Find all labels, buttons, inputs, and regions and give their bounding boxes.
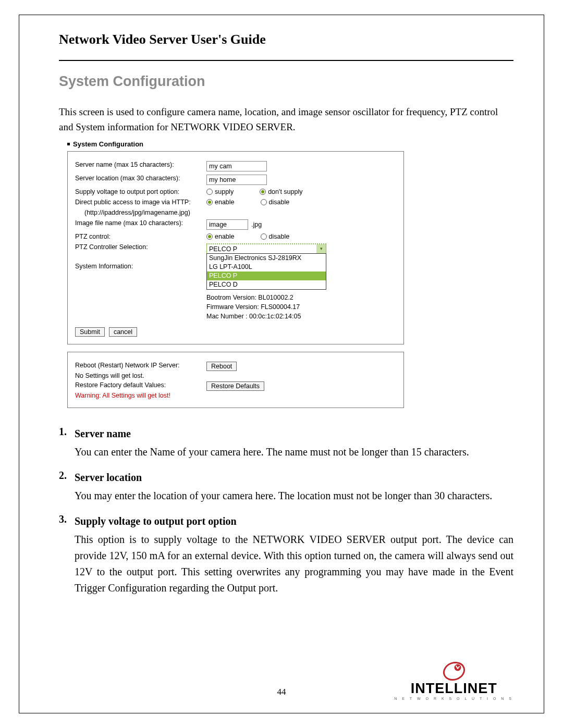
svg-point-1 xyxy=(454,664,461,671)
system-info-label: System Information: xyxy=(75,263,206,270)
firmware-version: Firmware Version: FLS00004.17 xyxy=(206,302,396,312)
reboot-button[interactable]: Reboot xyxy=(206,362,237,371)
server-name-input[interactable] xyxy=(206,161,267,171)
ptz-dropdown-list: SungJin Electronics SJ-2819RX LG LPT-A10… xyxy=(206,253,326,290)
radio-icon xyxy=(206,199,213,205)
ptz-enable-radio[interactable]: enable xyxy=(206,233,235,240)
chevron-down-icon: ▾ xyxy=(316,244,326,253)
reboot-sublabel: No Settings will get lost. xyxy=(75,372,206,379)
ptz-control-label: PTZ control: xyxy=(75,233,206,240)
brand-tagline: N E T W O R K S O L U T I O N S xyxy=(394,697,513,700)
image-file-input[interactable] xyxy=(206,219,248,230)
config-screenshot: System Configuration Server name (max 15… xyxy=(67,140,404,408)
direct-disable-radio[interactable]: disable xyxy=(261,199,290,206)
desc-number: 2. xyxy=(59,470,75,504)
description-item: 2. Server location You may enter the loc… xyxy=(59,470,513,504)
radio-icon xyxy=(261,233,267,240)
brand-logo-icon xyxy=(394,662,513,681)
panel-title: System Configuration xyxy=(73,140,143,148)
desc-body: You can enter the Name of your camera he… xyxy=(75,444,513,460)
mac-number: Mac Number : 00:0c:1c:02:14:05 xyxy=(206,312,396,321)
intro-paragraph: This screen is used to configure camera … xyxy=(59,104,513,135)
svg-point-0 xyxy=(443,662,466,681)
desc-heading: Server name xyxy=(75,426,513,442)
radio-icon xyxy=(261,199,267,205)
description-item: 1. Server name You can enter the Name of… xyxy=(59,426,513,460)
radio-icon xyxy=(206,189,213,195)
desc-body: You may enter the location of your camer… xyxy=(75,488,513,504)
server-location-label: Server location (max 30 characters): xyxy=(75,175,206,182)
image-ext-label: .jpg xyxy=(251,221,262,228)
supply-radio[interactable]: supply xyxy=(206,188,234,195)
bullet-icon xyxy=(67,143,70,145)
radio-icon xyxy=(206,233,213,240)
desc-heading: Server location xyxy=(75,470,513,486)
restore-defaults-button[interactable]: Restore Defaults xyxy=(206,381,264,391)
section-heading: System Configuration xyxy=(59,73,513,90)
reboot-panel: Reboot (Restart) Network IP Server: Rebo… xyxy=(67,352,404,408)
direct-access-label: Direct public access to image via HTTP: xyxy=(75,199,206,206)
title-divider xyxy=(59,60,513,61)
document-title: Network Video Server User's Guide xyxy=(59,32,513,47)
dropdown-option-selected[interactable]: PELCO P xyxy=(207,272,326,280)
brand-name: INTELLINET xyxy=(394,682,513,696)
ptz-enable-label: enable xyxy=(215,233,235,240)
config-panel: Server name (max 15 characters): Server … xyxy=(67,151,404,344)
direct-disable-label: disable xyxy=(269,199,290,206)
supply-voltage-label: Supply voltage to output port option: xyxy=(75,188,206,195)
reboot-label: Reboot (Restart) Network IP Server: xyxy=(75,362,206,369)
server-location-input[interactable] xyxy=(206,175,267,185)
dropdown-option[interactable]: LG LPT-A100L xyxy=(207,263,326,272)
supply-radio-label: supply xyxy=(215,188,234,195)
ptz-disable-label: disable xyxy=(269,233,290,240)
brand-logo-block: INTELLINET N E T W O R K S O L U T I O N… xyxy=(394,662,513,700)
direct-access-sublabel: (http://ipaddress/jpg/imagename.jpg) xyxy=(75,209,216,216)
dropdown-option[interactable]: PELCO D xyxy=(207,280,326,289)
desc-number: 1. xyxy=(59,426,75,460)
ptz-select-value: PELCO P xyxy=(207,244,316,253)
panel-title-row: System Configuration xyxy=(67,140,404,148)
desc-number: 3. xyxy=(59,513,75,596)
restore-warning: Warning: All Settings will get lost! xyxy=(75,392,206,399)
dropdown-option[interactable]: SungJin Electronics SJ-2819RX xyxy=(207,254,326,263)
desc-body: This option is to supply voltage to the … xyxy=(75,532,513,596)
bootrom-version: Bootrom Version: BL010002.2 xyxy=(206,293,396,302)
submit-button[interactable]: Submit xyxy=(75,327,105,337)
server-name-label: Server name (max 15 characters): xyxy=(75,161,206,168)
description-item: 3. Supply voltage to output port option … xyxy=(59,513,513,596)
dont-supply-radio[interactable]: don't supply xyxy=(260,188,302,195)
desc-heading: Supply voltage to output port option xyxy=(75,513,513,529)
radio-icon xyxy=(260,189,266,195)
direct-enable-radio[interactable]: enable xyxy=(206,199,235,206)
restore-label: Restore Factory default Values: xyxy=(75,381,206,389)
direct-enable-label: enable xyxy=(215,199,235,206)
dont-supply-radio-label: don't supply xyxy=(268,188,302,195)
ptz-disable-radio[interactable]: disable xyxy=(261,233,290,240)
cancel-button[interactable]: cancel xyxy=(109,327,137,337)
ptz-selection-label: PTZ Controller Selection: xyxy=(75,243,206,251)
ptz-controller-select[interactable]: PELCO P ▾ xyxy=(206,243,326,254)
image-file-label: Image file name (max 10 characters): xyxy=(75,219,206,227)
